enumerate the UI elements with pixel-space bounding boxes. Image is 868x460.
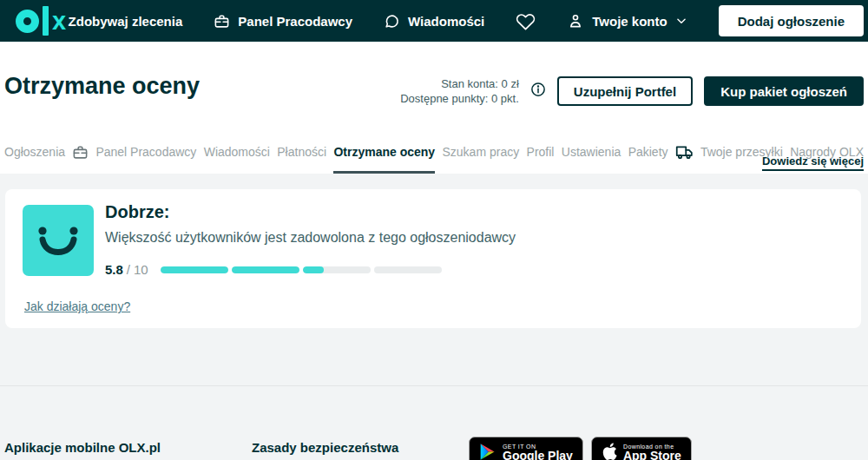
tab-label: Twoje przesyłki [700, 145, 783, 159]
footer-mobile-apps-link[interactable]: Aplikacje mobilne OLX.pl [4, 440, 161, 455]
tab-ustawienia[interactable]: Ustawienia [562, 130, 621, 174]
apple-icon [602, 442, 617, 460]
progress-segment [303, 266, 371, 273]
rating-score-max: 10 [134, 262, 148, 277]
nav-item-twoje-konto[interactable]: Twoje konto [567, 12, 687, 30]
olx-logo-o [16, 10, 39, 33]
rating-score-row: 5.8 / 10 [105, 262, 442, 277]
nav-item-favorites[interactable] [516, 11, 536, 31]
tab-szukam-pracy[interactable]: Szukam pracy [443, 130, 520, 174]
google-play-badge[interactable]: GET IT ON Google Play [469, 437, 583, 460]
main-content: Dobrze: Większość użytkowników jest zado… [0, 174, 868, 460]
page-header: Otrzymane oceny Stan konta: 0 zł Dostępn… [0, 42, 868, 130]
rating-card: Dobrze: Większość użytkowników jest zado… [5, 189, 861, 328]
balance-amount: Stan konta: 0 zł [400, 76, 519, 91]
how-ratings-work-link[interactable]: Jak działają oceny? [24, 299, 130, 313]
heart-icon [516, 11, 536, 31]
tab-label: Panel Pracodawcy [95, 145, 196, 159]
nav-item-label: Zdobywaj zlecenia [69, 14, 183, 29]
footer-safety-link[interactable]: Zasady bezpieczeństwa [252, 440, 398, 455]
tab-label: Płatności [277, 145, 326, 159]
tab-label: Profil [527, 145, 555, 159]
chevron-down-icon [675, 15, 687, 27]
rating-description: Większość użytkowników jest zadowolona z… [105, 230, 516, 246]
badge-store-name: App Store [623, 450, 681, 460]
nav-item-label: Wiadomości [408, 14, 484, 29]
app-store-badge-text: Download on the App Store [623, 444, 681, 460]
nav-item-label: Twoje konto [592, 14, 667, 29]
tab-label: Pakiety [628, 145, 668, 159]
app-store-badge[interactable]: Download on the App Store [591, 437, 692, 460]
briefcase-icon [214, 13, 230, 30]
add-listing-button[interactable]: Dodaj ogłoszenie [719, 5, 864, 36]
progress-segment [232, 266, 299, 273]
tab-otrzymane-oceny[interactable]: Otrzymane oceny [333, 130, 435, 174]
olx-page: x Zdobywaj zlecenia Panel Pracodawcy Wia… [0, 0, 868, 460]
rating-title: Dobrze: [105, 202, 169, 222]
account-balance: Stan konta: 0 zł Dostępne punkty: 0 pkt. [400, 76, 519, 106]
tab-label: Wiadomości [204, 145, 270, 159]
navbar-menu: Zdobywaj zlecenia Panel Pracodawcy Wiado… [69, 5, 864, 36]
progress-segment [161, 266, 228, 273]
top-navbar: x Zdobywaj zlecenia Panel Pracodawcy Wia… [0, 0, 868, 42]
briefcase-icon [72, 144, 89, 161]
store-badges: GET IT ON Google Play Download on the Ap… [469, 437, 692, 460]
rating-score: 5.8 [105, 262, 123, 277]
badge-store-name: Google Play [503, 450, 573, 460]
nav-item-wiadomosci[interactable]: Wiadomości [384, 13, 484, 30]
olx-logo-x: x [52, 10, 65, 33]
google-play-badge-text: GET IT ON Google Play [503, 444, 573, 460]
olx-logo-bar [43, 6, 49, 36]
nav-item-zdobywaj-zlecenia[interactable]: Zdobywaj zlecenia [69, 14, 183, 29]
nav-item-panel-pracodawcy[interactable]: Panel Pracodawcy [214, 13, 352, 30]
smiley-icon [23, 205, 94, 276]
footer-divider [0, 385, 868, 386]
tab-platnosci[interactable]: Płatności [277, 130, 326, 174]
tab-ogloszenia[interactable]: Ogłoszenia [4, 130, 65, 174]
tab-twoje-przesylki[interactable]: Twoje przesyłki [675, 130, 783, 174]
account-summary: Stan konta: 0 zł Dostępne punkty: 0 pkt.… [400, 76, 864, 106]
page-title: Otrzymane oceny [4, 73, 200, 100]
tab-wiadomosci[interactable]: Wiadomości [204, 130, 270, 174]
tab-pakiety[interactable]: Pakiety [628, 130, 668, 174]
tab-label: Otrzymane oceny [333, 145, 435, 159]
tab-profil[interactable]: Profil [527, 130, 555, 174]
progress-segment [374, 266, 442, 273]
play-store-icon [479, 442, 496, 460]
account-tabs: Ogłoszenia Panel Pracodawcy Wiadomości P… [0, 130, 868, 174]
tab-label: Ogłoszenia [4, 145, 65, 159]
tab-panel-pracodawcy[interactable]: Panel Pracodawcy [72, 130, 196, 174]
buy-package-button[interactable]: Kup pakiet ogłoszeń [704, 76, 864, 106]
top-up-wallet-button[interactable]: Uzupełnij Portfel [557, 76, 693, 106]
info-icon[interactable] [530, 82, 546, 101]
olx-logo[interactable]: x [16, 6, 65, 36]
tab-nagrody-olx[interactable]: Nagrody OLX [790, 130, 864, 174]
user-icon [567, 12, 584, 30]
tab-label: Szukam pracy [443, 145, 520, 159]
points-amount: Dostępne punkty: 0 pkt. [400, 91, 519, 106]
chat-bubble-icon [384, 13, 400, 30]
tab-label: Nagrody OLX [790, 145, 864, 159]
tab-label: Ustawienia [562, 145, 621, 159]
truck-icon [675, 143, 694, 161]
rating-progress-bar [161, 266, 442, 273]
nav-item-label: Panel Pracodawcy [238, 14, 352, 29]
rating-score-divider: / [127, 262, 130, 277]
